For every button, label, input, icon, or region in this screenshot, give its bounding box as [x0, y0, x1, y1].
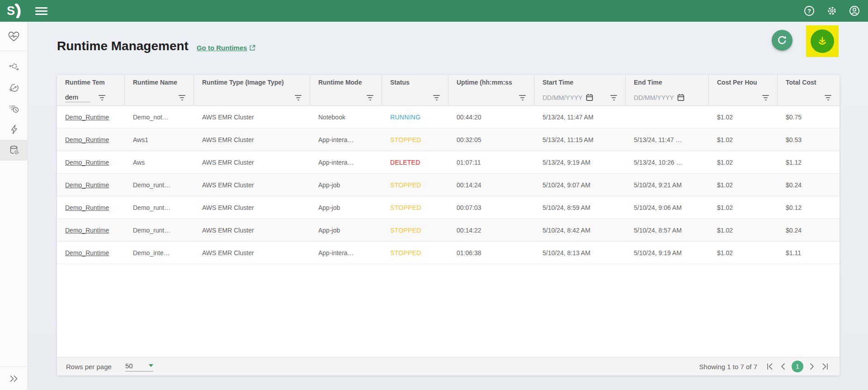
- cell-value: App-job: [318, 204, 340, 211]
- filter-icon-total-cost[interactable]: [825, 95, 831, 100]
- column-header-runtime-template[interactable]: Runtime Tem: [57, 75, 125, 90]
- app-logo[interactable]: S: [0, 4, 28, 18]
- status-badge: RUNNING: [390, 114, 420, 121]
- column-header-runtime-type[interactable]: Runtime Type (Image Type): [194, 75, 310, 90]
- filter-icon-uptime[interactable]: [519, 95, 526, 100]
- sidebar-expand-button[interactable]: [0, 366, 28, 390]
- cell-value: Notebook: [318, 114, 345, 121]
- cell-runtime-template: Demo_Runtime: [57, 181, 125, 189]
- calendar-icon[interactable]: [586, 94, 593, 101]
- previous-page-button[interactable]: [778, 361, 788, 371]
- current-page-button[interactable]: 1: [792, 361, 803, 372]
- cell-runtime-name: Demo_inte…: [125, 249, 194, 257]
- runtime-table: Runtime TemRuntime NameRuntime Type (Ima…: [57, 75, 840, 376]
- cell-runtime-name: Demo_runt…: [125, 227, 194, 234]
- cell-value: $1.02: [717, 181, 733, 189]
- cell-uptime: 00:32:05: [448, 136, 534, 143]
- chevron-down-icon: [149, 364, 153, 367]
- column-label-runtime-name: Runtime Name: [133, 79, 193, 86]
- column-header-runtime-name[interactable]: Runtime Name: [125, 75, 194, 90]
- table-filter-row: demDD/MM/YYYYDD/MM/YYYY: [57, 90, 840, 106]
- status-badge: DELETED: [390, 159, 420, 166]
- cell-runtime-type: AWS EMR Cluster: [194, 204, 310, 211]
- cell-value: 00:32:05: [457, 136, 481, 143]
- account-icon[interactable]: [849, 5, 860, 16]
- filter-icon-runtime-type[interactable]: [295, 95, 302, 100]
- sidebar-item-jobs[interactable]: [0, 119, 28, 140]
- filter-icon-start-time[interactable]: [610, 95, 617, 100]
- runtime-template-link[interactable]: Demo_Runtime: [65, 227, 109, 234]
- runtime-template-link[interactable]: Demo_Runtime: [65, 181, 109, 189]
- filter-icon-status[interactable]: [433, 95, 440, 100]
- first-page-button[interactable]: [764, 361, 774, 371]
- column-label-start-time: Start Time: [542, 79, 625, 86]
- cell-runtime-type: AWS EMR Cluster: [194, 136, 310, 143]
- cell-runtime-template: Demo_Runtime: [57, 114, 125, 121]
- table-row: Demo_RuntimeDemo_runt…AWS EMR ClusterApp…: [57, 174, 840, 196]
- date-filter-end-time[interactable]: DD/MM/YYYY: [634, 94, 684, 101]
- sidebar-item-pipelines[interactable]: [0, 57, 28, 77]
- column-header-cost-per-hour[interactable]: Cost Per Hou: [709, 75, 778, 90]
- column-header-start-time[interactable]: Start Time: [534, 75, 626, 90]
- filter-icon-cost-per-hour[interactable]: [762, 95, 769, 100]
- next-page-button[interactable]: [807, 361, 817, 371]
- main-content: Runtime Management Go to Runtimes Runtim: [28, 22, 868, 390]
- runtime-template-link[interactable]: Demo_Runtime: [65, 136, 109, 143]
- cell-value: 5/13/24, 10:26 …: [634, 159, 682, 166]
- cell-value: $0.53: [786, 136, 802, 143]
- runtime-template-link[interactable]: Demo_Runtime: [65, 249, 109, 257]
- table-row: Demo_RuntimeDemo_not…AWS EMR ClusterNote…: [57, 106, 840, 128]
- cell-value: 5/10/24, 8:13 AM: [542, 249, 590, 257]
- cell-end-time: 5/13/24, 10:26 …: [626, 159, 709, 166]
- runtime-template-link[interactable]: Demo_Runtime: [65, 159, 109, 166]
- filter-icon-runtime-name[interactable]: [179, 95, 185, 100]
- menu-icon[interactable]: [35, 7, 47, 15]
- column-header-total-cost[interactable]: Total Cost: [778, 75, 840, 90]
- cell-uptime: 00:14:24: [448, 181, 534, 189]
- sidebar-item-tasks[interactable]: [0, 98, 28, 119]
- help-icon[interactable]: ?: [804, 5, 815, 16]
- filter-cell-runtime-type: [194, 90, 310, 105]
- filter-icon-runtime-template[interactable]: [99, 95, 105, 100]
- cell-total-cost: $0.75: [778, 114, 840, 121]
- cell-value: $1.02: [717, 249, 733, 257]
- left-sidebar: [0, 22, 28, 390]
- column-label-status: Status: [390, 79, 448, 86]
- sidebar-item-runtime-management[interactable]: [0, 140, 28, 161]
- filter-cell-runtime-mode: [310, 90, 382, 105]
- go-to-runtimes-link[interactable]: Go to Runtimes: [197, 44, 255, 52]
- lightning-icon: [9, 124, 19, 135]
- cell-status: STOPPED: [382, 227, 448, 234]
- logo-stroke-icon: [15, 4, 21, 18]
- download-button[interactable]: [811, 29, 834, 53]
- calendar-icon[interactable]: [677, 94, 684, 101]
- runtime-template-link[interactable]: Demo_Runtime: [65, 204, 109, 211]
- cell-value: App-job: [318, 181, 340, 189]
- column-header-uptime[interactable]: Uptime (hh:mm:ss: [448, 75, 534, 90]
- runtime-template-link[interactable]: Demo_Runtime: [65, 114, 109, 121]
- settings-icon[interactable]: [826, 5, 837, 16]
- cell-runtime-template: Demo_Runtime: [57, 159, 125, 166]
- cell-runtime-name: Aws: [125, 159, 194, 166]
- filter-icon-runtime-mode[interactable]: [367, 95, 373, 100]
- sidebar-item-performance[interactable]: [0, 77, 28, 98]
- column-header-end-time[interactable]: End Time: [626, 75, 709, 90]
- cell-runtime-mode: App-intera…: [310, 249, 382, 257]
- date-filter-start-time[interactable]: DD/MM/YYYY: [542, 94, 593, 101]
- cell-value: $1.02: [717, 204, 733, 211]
- last-page-button[interactable]: [821, 361, 830, 371]
- refresh-button[interactable]: [772, 30, 793, 51]
- column-header-runtime-mode[interactable]: Runtime Mode: [310, 75, 382, 90]
- cell-runtime-name: Demo_runt…: [125, 181, 194, 189]
- rows-per-page-select[interactable]: 50: [125, 362, 153, 371]
- cell-total-cost: $0.24: [778, 227, 840, 234]
- column-header-status[interactable]: Status: [382, 75, 448, 90]
- cell-value: $1.02: [717, 136, 733, 143]
- sidebar-item-health[interactable]: [0, 22, 28, 51]
- cell-value: 00:14:24: [457, 181, 481, 189]
- cell-status: STOPPED: [382, 249, 448, 257]
- cell-runtime-mode: App-job: [310, 227, 382, 234]
- filter-input-runtime-template[interactable]: dem: [65, 93, 90, 102]
- cell-value: 5/13/24, 9:19 AM: [542, 159, 590, 166]
- cell-runtime-mode: App-intera…: [310, 159, 382, 166]
